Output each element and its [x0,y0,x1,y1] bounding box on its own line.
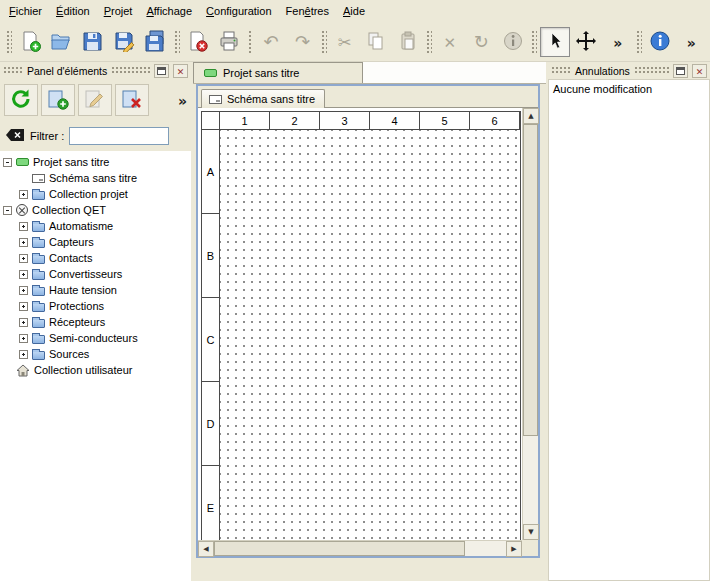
filter-input[interactable] [69,127,169,145]
collapse-icon[interactable] [3,158,12,167]
about-button[interactable] [645,27,674,57]
rotate-selection-button[interactable] [467,27,496,57]
menu-fenetres[interactable]: Fenêtres [279,2,336,20]
toolbar-handle[interactable] [425,29,432,55]
menu-edition[interactable]: Édition [49,2,97,20]
scrollbar-thumb[interactable] [214,541,465,556]
new-project-button[interactable] [15,27,44,57]
schema-canvas[interactable]: 1 2 3 4 5 6 A B C D E [198,108,522,540]
tree-item-collection-utilisateur[interactable]: Collection utilisateur [0,362,191,378]
float-panel-button[interactable] [154,64,169,78]
clear-filter-button[interactable] [5,128,25,144]
tree-item-contacts[interactable]: Contacts [0,250,191,266]
tree-item-label: Convertisseurs [49,268,122,280]
cut-button[interactable] [330,27,359,57]
horizontal-scrollbar[interactable] [198,540,522,556]
dock-drag-handle[interactable] [634,66,669,75]
print-button[interactable] [214,27,243,57]
expand-icon[interactable] [19,222,28,231]
dock-drag-handle[interactable] [551,66,571,75]
undo-history-list[interactable]: Aucune modification [548,79,710,581]
expand-icon[interactable] [19,318,28,327]
tree-item-semi-conducteurs[interactable]: Semi-conducteurs [0,330,191,346]
expand-icon[interactable] [19,302,28,311]
tree-item-collection-projet[interactable]: Collection projet [0,186,191,202]
close-panel-button[interactable] [692,64,707,78]
tree-item-schema-sans-titre[interactable]: Schéma sans titre [0,170,191,186]
tree-item-sources[interactable]: Sources [0,346,191,362]
open-project-button[interactable] [46,27,75,57]
row-header: C [202,298,220,382]
select-mode-button[interactable] [540,27,569,57]
scroll-down-button[interactable] [523,524,539,540]
expand-icon[interactable] [19,238,28,247]
toolbar-handle[interactable] [5,29,12,55]
scroll-right-button[interactable] [506,541,522,557]
scrollbar-track[interactable] [523,124,538,524]
toolbar-handle[interactable] [320,29,327,55]
save-button[interactable] [78,27,107,57]
menu-fichier[interactable]: Fichier [2,2,49,20]
tree-item-automatisme[interactable]: Automatisme [0,218,191,234]
menu-label: tres [311,5,329,17]
menu-projet[interactable]: Projet [97,2,140,20]
toolbar-overflow-button[interactable] [603,27,632,57]
pan-mode-button[interactable] [572,27,601,57]
tab-projet-sans-titre[interactable]: Projet sans titre [193,62,363,83]
collapse-icon[interactable] [3,206,12,215]
panel-overflow-button[interactable] [178,91,187,109]
copy-button[interactable] [361,27,390,57]
tree-item-convertisseurs[interactable]: Convertisseurs [0,266,191,282]
selection-properties-button[interactable] [498,27,527,57]
save-as-button[interactable] [109,27,138,57]
new-element-button[interactable] [41,84,75,116]
expand-icon[interactable] [19,254,28,263]
menu-configuration[interactable]: Configuration [199,2,278,20]
close-file-button[interactable] [183,27,212,57]
toolbar-handle[interactable] [173,29,180,55]
expand-icon[interactable] [19,270,28,279]
save-all-button[interactable] [140,27,169,57]
paste-button[interactable] [393,27,422,57]
tree-item-label: Projet sans titre [33,156,109,168]
reload-collections-button[interactable] [4,84,38,116]
tree-item-capteurs[interactable]: Capteurs [0,234,191,250]
menu-aide[interactable]: Aide [336,2,372,20]
close-panel-button[interactable] [173,64,188,78]
redo-button[interactable] [288,27,317,57]
toolbar-handle[interactable] [530,29,537,55]
scroll-up-button[interactable] [523,108,539,124]
tree-item-label: Sources [49,348,89,360]
expand-icon[interactable] [19,334,28,343]
tab-schema-sans-titre[interactable]: Schéma sans titre [201,89,325,108]
dock-drag-handle[interactable] [111,66,150,75]
undo-button[interactable] [256,27,285,57]
tree-item-recepteurs[interactable]: Récepteurs [0,314,191,330]
expand-icon[interactable] [19,190,28,199]
expand-icon[interactable] [19,286,28,295]
edit-element-button[interactable] [78,84,112,116]
tree-item-collection-qet[interactable]: Collection QET [0,202,191,218]
tree-item-protections[interactable]: Protections [0,298,191,314]
scrollbar-track[interactable] [214,541,506,556]
grid-dots-area[interactable] [220,130,520,540]
toolbar-extension-button[interactable] [677,27,706,57]
vertical-scrollbar[interactable] [522,108,538,540]
undo-panel-header: Annulations [548,62,710,79]
close-document-icon [186,30,208,54]
scroll-left-button[interactable] [198,541,214,557]
elements-tree[interactable]: Projet sans titre Schéma sans titre Coll… [0,151,191,581]
toolbar-handle[interactable] [635,29,642,55]
delete-selection-button[interactable] [435,27,464,57]
dock-drag-handle[interactable] [3,66,23,75]
menu-label: dition [63,5,89,17]
float-panel-button[interactable] [673,64,688,78]
tree-item-haute-tension[interactable]: Haute tension [0,282,191,298]
toolbar-handle[interactable] [247,29,254,55]
delete-element-button[interactable] [115,84,149,116]
tree-item-projet-sans-titre[interactable]: Projet sans titre [0,154,191,170]
menu-affichage[interactable]: Affichage [139,2,199,20]
scrollbar-thumb[interactable] [523,124,538,436]
expand-icon[interactable] [19,350,28,359]
schema-diagram[interactable]: 1 2 3 4 5 6 A B C D E [201,111,521,540]
